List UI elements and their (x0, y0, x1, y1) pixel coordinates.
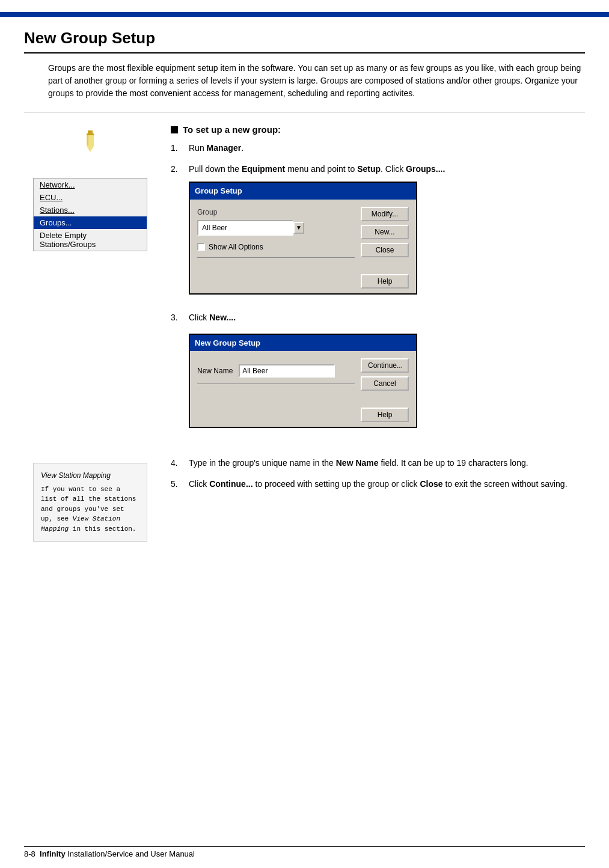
page-footer: 8-8 Infinity Installation/Service and Us… (24, 846, 585, 858)
continue-button[interactable]: Continue... (361, 358, 409, 373)
step-3: 3. Click New.... New Group Setup New Nam… (171, 311, 585, 437)
footer-bold: Infinity (40, 849, 66, 858)
equipment-bold: Equipment (242, 164, 285, 174)
group-setup-body: Group All Beer ▼ Show All Options (190, 200, 416, 293)
svg-rect-3 (87, 133, 94, 135)
new-group-buttons: Continue... Cancel Help (361, 358, 409, 422)
dropdown-arrow-icon[interactable]: ▼ (293, 222, 304, 234)
new-group-title-bar: New Group Setup (190, 335, 416, 352)
group-setup-buttons: Modify... New... Close Help (361, 207, 409, 289)
new-bold: New.... (209, 313, 236, 322)
left-column: Network... ECU... Stations... Groups... … (24, 124, 156, 445)
footer-text: 8-8 Infinity Installation/Service and Us… (24, 849, 195, 858)
new-group-body: New Name Continue... Cancel Help (190, 351, 416, 427)
svg-marker-2 (87, 146, 94, 152)
note-title: View Station Mapping (41, 471, 139, 481)
bottom-section: View Station Mapping If you want to see … (24, 457, 585, 542)
step-1-number: 1. (171, 142, 185, 154)
step-4: 4. Type in the group's unique name in th… (171, 457, 585, 469)
close-bold: Close (420, 479, 442, 489)
close-button[interactable]: Close (361, 243, 409, 257)
modify-button[interactable]: Modify... (361, 207, 409, 221)
new-name-bold: New Name (336, 458, 379, 468)
continue-bold: Continue... (209, 479, 252, 489)
group-setup-status-bar (197, 257, 355, 264)
new-name-label: New Name (197, 365, 233, 376)
step-5: 5. Click Continue... to proceed with set… (171, 478, 585, 491)
step-1-content: Run Manager. (189, 142, 585, 154)
manager-bold: Manager (207, 143, 242, 153)
step-3-content: Click New.... New Group Setup New Name (189, 311, 585, 437)
group-dropdown[interactable]: All Beer ▼ (197, 220, 355, 236)
menu-item-ecu[interactable]: ECU... (34, 191, 147, 204)
show-all-options-row: Show All Options (197, 242, 355, 252)
group-setup-title-bar: Group Setup (190, 183, 416, 200)
section-header: To set up a new group: (171, 124, 585, 135)
setup-bold: Setup (357, 164, 381, 174)
step-3-number: 3. (171, 311, 185, 437)
new-name-input[interactable] (239, 364, 335, 377)
step-4-content: Type in the group's unique name in the N… (189, 457, 585, 469)
new-button[interactable]: New... (361, 225, 409, 239)
show-all-options-label: Show All Options (209, 242, 263, 252)
note-box: View Station Mapping If you want to see … (33, 463, 147, 542)
group-setup-title: Group Setup (195, 186, 242, 195)
cancel-button[interactable]: Cancel (361, 376, 409, 391)
help-button-2[interactable]: Help (361, 408, 409, 422)
note-body: If you want to see a list of all the sta… (41, 484, 139, 534)
equipment-menu: Network... ECU... Stations... Groups... … (33, 178, 147, 251)
group-dropdown-value[interactable]: All Beer (197, 220, 293, 236)
section-divider (24, 112, 585, 112)
new-group-main: New Name (197, 358, 355, 422)
page-title: New Group Setup (24, 29, 585, 53)
svg-rect-4 (87, 135, 88, 145)
new-group-status-bar (197, 384, 355, 391)
toolbar-icon (81, 130, 100, 156)
menu-item-delete[interactable]: Delete Empty Stations/Groups (34, 229, 147, 251)
note-col: View Station Mapping If you want to see … (24, 457, 156, 542)
show-all-options-checkbox[interactable] (197, 243, 205, 251)
step-5-content: Click Continue... to proceed with settin… (189, 478, 585, 491)
right-column: To set up a new group: 1. Run Manager. 2… (171, 124, 585, 445)
step-4-number: 4. (171, 457, 185, 469)
group-setup-main: Group All Beer ▼ Show All Options (197, 207, 355, 289)
groups-bold: Groups.... (406, 164, 445, 174)
new-name-row: New Name (197, 364, 355, 377)
step-2: 2. Pull down the Equipment menu and poin… (171, 163, 585, 303)
group-setup-dialog: Group Setup Group All Beer ▼ (189, 182, 417, 295)
step-1: 1. Run Manager. (171, 142, 585, 154)
step-5-number: 5. (171, 478, 185, 491)
step-2-number: 2. (171, 163, 185, 303)
steps-4-5-col: 4. Type in the group's unique name in th… (171, 457, 585, 542)
top-bar (0, 12, 609, 17)
menu-item-stations[interactable]: Stations... (34, 204, 147, 216)
menu-item-network[interactable]: Network... (34, 179, 147, 191)
intro-text: Groups are the most flexible equipment s… (48, 62, 585, 100)
menu-item-groups[interactable]: Groups... (34, 216, 147, 229)
group-label: Group (197, 207, 355, 218)
new-group-dialog: New Group Setup New Name (189, 334, 417, 429)
help-button[interactable]: Help (361, 274, 409, 289)
section-header-text: To set up a new group: (183, 124, 281, 135)
bullet-icon (171, 126, 178, 133)
step-2-content: Pull down the Equipment menu and point t… (189, 163, 585, 303)
main-content-section: Network... ECU... Stations... Groups... … (24, 124, 585, 445)
new-group-title: New Group Setup (195, 338, 260, 347)
